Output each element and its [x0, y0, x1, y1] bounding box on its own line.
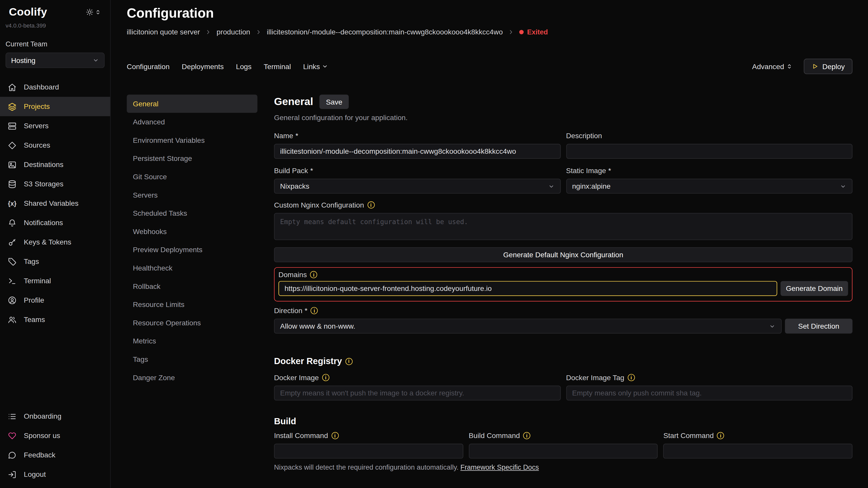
breadcrumb-project[interactable]: illicitonion quote server — [127, 28, 200, 36]
start-command-input[interactable] — [663, 444, 852, 459]
docker-registry-heading: Docker Registry — [274, 356, 852, 366]
sidebar-item-shared-variables[interactable]: Shared Variables — [0, 194, 110, 213]
sun-icon[interactable] — [86, 8, 93, 15]
direction-label-text: Direction — [274, 306, 302, 315]
sidebar-item-feedback[interactable]: Feedback — [0, 446, 110, 465]
set-direction-button[interactable]: Set Direction — [785, 319, 852, 334]
subnav-item-metrics[interactable]: Metrics — [127, 332, 257, 350]
subnav-item-tags[interactable]: Tags — [127, 350, 257, 368]
subnav-item-git-source[interactable]: Git Source — [127, 167, 257, 186]
sidebar-item-sponsor[interactable]: Sponsor us — [0, 426, 110, 446]
sidebar-item-profile[interactable]: Profile — [0, 290, 110, 310]
subnav-item-preview-deployments[interactable]: Preview Deployments — [127, 241, 257, 259]
tab-configuration[interactable]: Configuration — [127, 62, 170, 71]
info-icon[interactable] — [628, 374, 635, 381]
info-icon[interactable] — [310, 271, 317, 278]
deploy-button[interactable]: Deploy — [803, 59, 852, 74]
info-icon[interactable] — [523, 432, 530, 439]
sidebar-item-s3-storages[interactable]: S3 Storages — [0, 174, 110, 194]
name-input[interactable] — [274, 144, 561, 159]
sidebar-item-teams[interactable]: Teams — [0, 310, 110, 329]
direction-label: Direction — [274, 306, 852, 315]
tab-links[interactable]: Links — [303, 62, 328, 71]
app-version: v4.0.0-beta.399 — [0, 22, 110, 29]
chevrons-up-down-icon[interactable] — [95, 9, 101, 15]
subnav-item-servers[interactable]: Servers — [127, 186, 257, 204]
docker-image-input[interactable] — [274, 386, 561, 400]
sidebar-item-label: Teams — [24, 315, 45, 324]
home-icon — [8, 83, 17, 92]
install-command-input[interactable] — [274, 444, 463, 459]
sidebar-item-label: Shared Variables — [24, 199, 78, 207]
theme-switcher[interactable] — [86, 8, 101, 15]
info-icon[interactable] — [332, 432, 339, 439]
direction-value: Allow www & non-www. — [280, 322, 355, 330]
sidebar-item-servers[interactable]: Servers — [0, 116, 110, 136]
app-logo[interactable]: Coolify — [9, 6, 47, 19]
play-icon — [811, 63, 818, 70]
subnav-item-persistent-storage[interactable]: Persistent Storage — [127, 150, 257, 168]
subnav-item-environment-variables[interactable]: Environment Variables — [127, 131, 257, 150]
framework-docs-link[interactable]: Framework Specific Docs — [461, 463, 539, 471]
image-icon — [8, 160, 17, 169]
subnav-item-healthcheck[interactable]: Healthcheck — [127, 259, 257, 277]
tab-terminal[interactable]: Terminal — [264, 62, 291, 71]
info-icon[interactable] — [717, 432, 724, 439]
subnav-item-general[interactable]: General — [127, 95, 257, 113]
chevron-right-icon — [205, 29, 212, 35]
sidebar: Coolify v4.0.0-beta.399 Current Team Hos… — [0, 0, 111, 488]
advanced-dropdown[interactable]: Advanced — [752, 62, 793, 71]
subnav-item-resource-operations[interactable]: Resource Operations — [127, 314, 257, 332]
static-image-select[interactable]: nginx:alpine — [566, 179, 852, 194]
chevron-right-icon — [508, 29, 515, 35]
static-image-label: Static Image — [566, 166, 852, 175]
sidebar-item-tags[interactable]: Tags — [0, 252, 110, 271]
sidebar-item-onboarding[interactable]: Onboarding — [0, 407, 110, 426]
tab-logs[interactable]: Logs — [236, 62, 252, 71]
chevrons-up-down-icon — [786, 63, 793, 70]
subnav-item-advanced[interactable]: Advanced — [127, 113, 257, 131]
sidebar-item-keys-tokens[interactable]: Keys & Tokens — [0, 232, 110, 252]
info-icon[interactable] — [345, 358, 352, 365]
sidebar-item-logout[interactable]: Logout — [0, 464, 110, 484]
subnav-item-danger-zone[interactable]: Danger Zone — [127, 368, 257, 387]
save-button[interactable]: Save — [319, 95, 349, 109]
sidebar-item-notifications[interactable]: Notifications — [0, 213, 110, 232]
build-pack-select[interactable]: Nixpacks — [274, 179, 561, 194]
domains-label: Domains — [278, 270, 848, 279]
subnav-item-resource-limits[interactable]: Resource Limits — [127, 295, 257, 314]
subnav-item-webhooks[interactable]: Webhooks — [127, 222, 257, 241]
tab-deployments[interactable]: Deployments — [182, 62, 224, 71]
team-select[interactable]: Hosting — [6, 53, 104, 68]
coolify-app: Coolify v4.0.0-beta.399 Current Team Hos… — [0, 0, 868, 488]
info-icon[interactable] — [322, 374, 330, 381]
configuration-content: General Advanced Environment Variables P… — [127, 95, 852, 488]
generate-domain-button[interactable]: Generate Domain — [780, 281, 848, 296]
info-icon[interactable] — [367, 201, 375, 208]
nginx-config-label-text: Custom Nginx Configuration — [274, 201, 364, 209]
settings-subnav: General Advanced Environment Variables P… — [127, 95, 257, 488]
sidebar-item-projects[interactable]: Projects — [0, 97, 110, 116]
info-icon[interactable] — [311, 307, 318, 314]
docker-image-tag-input[interactable] — [566, 386, 852, 400]
description-input[interactable] — [566, 144, 852, 159]
breadcrumb-application[interactable]: illicitestonion/-module--decomposition:m… — [267, 28, 503, 36]
static-image-field-group: Static Image nginx:alpine — [566, 166, 852, 194]
sidebar-item-destinations[interactable]: Destinations — [0, 155, 110, 174]
sidebar-item-label: Sponsor us — [24, 431, 60, 440]
nginx-config-textarea[interactable] — [274, 213, 852, 240]
direction-select[interactable]: Allow www & non-www. — [274, 319, 782, 334]
team-select-value: Hosting — [11, 56, 35, 65]
domains-input[interactable] — [278, 281, 777, 296]
subnav-item-scheduled-tasks[interactable]: Scheduled Tasks — [127, 204, 257, 223]
generate-nginx-config-button[interactable]: Generate Default Nginx Configuration — [274, 247, 852, 262]
name-description-row: Name Description — [274, 132, 852, 159]
tag-icon — [8, 257, 17, 266]
sidebar-item-terminal[interactable]: Terminal — [0, 271, 110, 290]
build-command-input[interactable] — [469, 444, 658, 459]
breadcrumb-environment[interactable]: production — [217, 28, 250, 36]
sidebar-item-dashboard[interactable]: Dashboard — [0, 77, 110, 97]
subnav-item-rollback[interactable]: Rollback — [127, 277, 257, 295]
direction-field-group: Direction Allow www & non-www. Set Direc… — [274, 306, 852, 333]
sidebar-item-sources[interactable]: Sources — [0, 136, 110, 155]
